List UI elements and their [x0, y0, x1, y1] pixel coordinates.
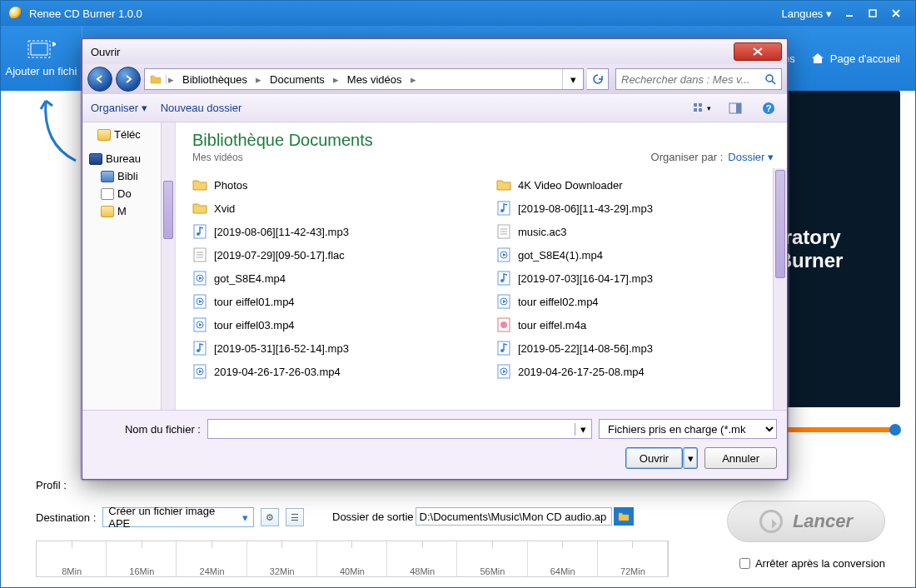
svg-point-11 [766, 75, 773, 82]
breadcrumb[interactable]: ▸ Bibliothèques▸ Documents▸ Mes vidéos▸ … [144, 68, 584, 90]
file-item[interactable]: 2019-04-26-17-26-03.mp4 [192, 360, 480, 383]
file-item[interactable]: tour eiffel03.mp4 [192, 313, 480, 336]
cancel-button[interactable]: Annuler [704, 447, 777, 469]
launch-button[interactable]: Lancer [727, 501, 885, 542]
library-title: Bibliothèque Documents [192, 131, 373, 150]
folder-icon [101, 188, 114, 200]
browse-folder-button[interactable] [614, 507, 634, 526]
preview-pane-button[interactable] [725, 99, 745, 117]
organize-menu[interactable]: Organiser ▾ [91, 102, 147, 114]
file-item[interactable]: [2019-07-03][16-04-17].mp3 [496, 267, 784, 290]
folder-icon [496, 177, 511, 192]
open-button[interactable]: Ouvrir [625, 447, 683, 469]
breadcrumb-home-icon[interactable] [145, 74, 167, 84]
file-item[interactable]: tour eiffel.m4a [496, 313, 784, 336]
file-scrollbar[interactable] [773, 168, 787, 410]
maximize-button[interactable] [862, 5, 884, 22]
file-list-panel: Bibliothèque Documents Mes vidéos Organi… [176, 122, 787, 410]
mp3-icon [496, 271, 511, 286]
settings-button[interactable]: ⚙ [261, 508, 279, 526]
open-dialog: Ouvrir ▸ Bibliothèques▸ Documents▸ Mes v… [82, 38, 788, 480]
home-link[interactable]: Page d'accueil [810, 52, 900, 65]
nav-back-button[interactable] [87, 67, 112, 92]
dialog-toolbar: Organiser ▾ Nouveau dossier ▾ ? [82, 94, 787, 122]
folder-tree[interactable]: TélécBureauBibliDoM [82, 122, 176, 410]
destination-row: Destination : Créer un fichier image APE… [36, 507, 304, 527]
ruler-label: 24Min [177, 566, 246, 576]
breadcrumb-item[interactable]: Documents [263, 73, 331, 86]
doc-icon [496, 224, 511, 239]
dialog-navbar: ▸ Bibliothèques▸ Documents▸ Mes vidéos▸ … [82, 64, 787, 94]
file-type-filter[interactable]: Fichiers pris en charge (*.mk [599, 419, 777, 439]
list-button[interactable]: ☰ [286, 508, 304, 526]
minimize-button[interactable] [839, 5, 860, 22]
new-folder-button[interactable]: Nouveau dossier [161, 102, 242, 114]
nav-forward-button[interactable] [116, 67, 141, 92]
close-button[interactable] [885, 5, 907, 22]
file-item[interactable]: got_S8E4(1).mp4 [496, 243, 784, 267]
dialog-close-button[interactable] [734, 42, 782, 61]
ruler-label: 40Min [317, 566, 387, 576]
folder-icon [101, 171, 114, 182]
open-button-dropdown[interactable]: ▾ [683, 447, 698, 469]
svg-rect-13 [694, 103, 697, 107]
mp4-icon [192, 294, 207, 309]
file-item[interactable]: Xvid [192, 197, 480, 220]
breadcrumb-item[interactable]: Bibliothèques [176, 73, 254, 86]
add-file-button[interactable]: ▸ Ajouter un fichi [1, 26, 82, 91]
arrange-by-menu[interactable]: Dossier ▾ [728, 151, 774, 163]
stop-after-checkbox[interactable]: Arrêter après la conversion [739, 557, 885, 570]
filename-input[interactable]: ▾ [207, 419, 592, 439]
mp4-icon [192, 271, 207, 286]
file-item[interactable]: got_S8E4.mp4 [192, 267, 480, 290]
time-ruler[interactable]: 8Min16Min24Min32Min40Min48Min56Min64Min7… [36, 541, 669, 577]
m4a-icon [496, 317, 511, 332]
ruler-label: 72Min [598, 566, 668, 576]
mp3-icon [192, 341, 207, 356]
renee-titlebar: Renee CD Burner 1.0.0 Langues ▾ [1, 1, 915, 26]
svg-rect-18 [736, 103, 741, 113]
file-item[interactable]: music.ac3 [496, 220, 784, 243]
tree-scrollbar[interactable] [161, 122, 175, 410]
film-add-icon: ▸ [27, 40, 56, 62]
output-dir-input[interactable] [416, 507, 612, 526]
folder-icon [192, 201, 207, 216]
refresh-button[interactable] [587, 68, 609, 90]
mp4-icon [496, 247, 511, 262]
svg-line-12 [772, 81, 775, 84]
refresh-icon [759, 510, 783, 533]
file-item[interactable]: 2019-04-26-17-25-08.mp4 [496, 360, 784, 383]
language-menu[interactable]: Langues ▾ [781, 7, 832, 20]
file-item[interactable]: tour eiffel01.mp4 [192, 290, 480, 313]
filename-history-dropdown[interactable]: ▾ [575, 423, 591, 436]
search-box[interactable] [615, 68, 782, 90]
file-item[interactable]: [2019-08-06][11-43-29].mp3 [496, 197, 784, 220]
destination-combo[interactable]: Créer un fichier image APE▾ [102, 507, 254, 527]
search-input[interactable] [621, 73, 764, 86]
file-item[interactable]: [2019-08-06][11-42-43].mp3 [192, 220, 480, 243]
help-button[interactable]: ? [759, 99, 779, 117]
mp3-icon [496, 201, 511, 216]
svg-point-50 [500, 321, 507, 328]
dialog-titlebar: Ouvrir [82, 39, 787, 64]
file-item[interactable]: tour eiffel02.mp4 [496, 290, 784, 313]
doc-icon [192, 247, 207, 262]
mp3-icon [496, 341, 511, 356]
file-item[interactable]: Photos [192, 173, 480, 197]
file-item[interactable]: 4K Video Downloader [496, 173, 784, 197]
home-icon [810, 52, 825, 65]
mp4-icon [496, 364, 511, 379]
ruler-label: 64Min [528, 566, 598, 576]
ruler-label: 56Min [457, 566, 527, 576]
breadcrumb-dropdown[interactable]: ▾ [563, 69, 583, 89]
breadcrumb-item[interactable]: Mes vidéos [341, 73, 409, 86]
file-item[interactable]: [2019-07-29][09-50-17].flac [192, 243, 480, 267]
file-item[interactable]: [2019-05-31][16-52-14].mp3 [192, 336, 480, 360]
output-dir-label: Dossier de sortie [332, 511, 414, 523]
output-dir-row: Dossier de sortie [332, 507, 634, 526]
svg-rect-1 [869, 10, 876, 17]
profile-row: Profil : [36, 479, 67, 491]
file-item[interactable]: [2019-05-22][14-08-56].mp3 [496, 336, 784, 360]
view-mode-button[interactable]: ▾ [692, 99, 712, 117]
hint-arrow-icon [34, 94, 84, 169]
